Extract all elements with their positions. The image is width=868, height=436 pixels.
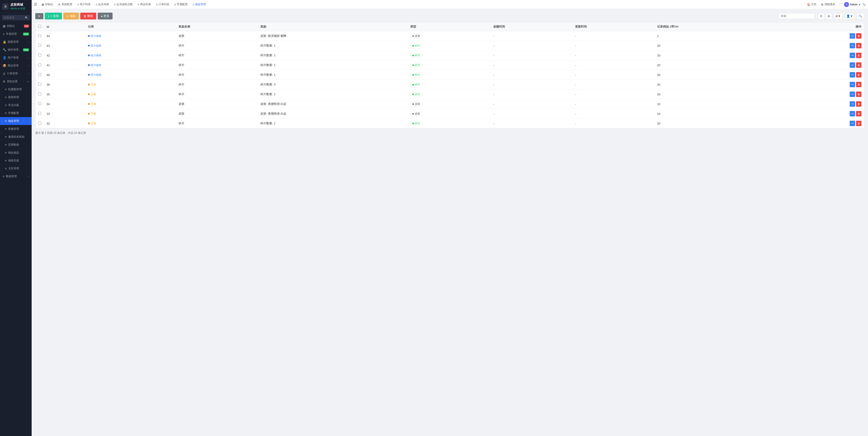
row-checkbox[interactable] — [38, 73, 41, 76]
delete-row-button[interactable]: 🗑 — [856, 53, 862, 58]
user-filter-btn[interactable]: 👤▼ — [844, 13, 855, 19]
select-all-checkbox[interactable] — [38, 25, 41, 28]
topnav-order-list[interactable]: ≡ 订单列表 — [154, 2, 172, 7]
column-toggle-btn[interactable]: ⊞▼ — [833, 13, 843, 19]
row-checkbox[interactable] — [38, 102, 41, 105]
delete-row-button[interactable]: 🗑 — [856, 33, 862, 39]
topnav-draws-icon: ≡ — [114, 3, 116, 6]
row-category[interactable]: 助力抽奖 — [85, 70, 176, 80]
row-category[interactable]: 王者 — [85, 99, 176, 109]
sidebar-item-user[interactable]: 👤 用户管理 ‹ — [0, 54, 32, 62]
delete-row-button[interactable]: 🗑 — [856, 72, 862, 77]
sidebar-item-dashboard[interactable]: ▦ 控制台 hot — [0, 22, 32, 30]
th-id: Id — [44, 22, 85, 31]
sidebar-item-order[interactable]: 🖨 订单管理 ‹ — [0, 70, 32, 77]
sidebar-item-regular-config[interactable]: ≡ 常规配置 — [0, 109, 32, 117]
add-button[interactable]: + + 添加 — [45, 13, 62, 20]
home-link[interactable]: 🏠 主页 — [807, 2, 816, 6]
edit-row-button[interactable]: ✏ — [850, 121, 855, 126]
clear-cache-link[interactable]: 🗑 清除缓存 — [821, 2, 835, 6]
row-category[interactable]: 助力抽奖 — [85, 51, 176, 60]
edit-row-button[interactable]: ✏ — [850, 92, 855, 97]
row-checkbox-cell — [35, 60, 44, 70]
sidebar-item-invite[interactable]: ≡ 邀请好友奖励 — [0, 133, 32, 141]
more-icon: ● — [101, 14, 103, 18]
list-view-toggle[interactable]: ☰ — [818, 13, 825, 19]
search-input[interactable] — [778, 13, 815, 19]
grid-view-toggle[interactable]: ⊞ — [826, 13, 832, 19]
topnav-product-list[interactable]: ≡ 商品列表 — [135, 2, 153, 7]
menu-btn[interactable]: ≡ — [35, 13, 43, 19]
row-checkbox-cell — [35, 119, 44, 128]
row-category[interactable]: 助力抽奖 — [85, 41, 176, 51]
sidebar-search-input[interactable] — [4, 16, 24, 19]
sidebar-item-system[interactable]: ⚙ 系统设置 ∨ — [0, 77, 32, 86]
sidebar-item-permission[interactable]: 🔒 权限管理 ‹ — [0, 38, 32, 46]
row-checkbox[interactable] — [38, 44, 41, 47]
row-created: - — [491, 90, 572, 99]
edit-row-button[interactable]: ✏ — [850, 72, 855, 77]
delete-row-button[interactable]: 🗑 — [856, 121, 862, 126]
topnav-regular-config[interactable]: ≡ 常规配置 — [172, 2, 190, 7]
sidebar-item-data[interactable]: ≡ 数据管理 ‹ — [0, 173, 32, 180]
sidebar-item-region[interactable]: ≡ 大区管理 — [0, 164, 32, 173]
sidebar-item-product[interactable]: 📦 商品管理 ‹ — [0, 62, 32, 70]
sidebar-item-lottery[interactable]: ≡ 抽盒管理 — [0, 117, 32, 125]
search-action-btn[interactable]: 🔍 — [857, 13, 864, 19]
row-category[interactable]: 王者 — [85, 109, 176, 119]
topnav-label: 用户列表 — [80, 2, 91, 6]
row-checkbox[interactable] — [38, 63, 41, 66]
delete-row-button[interactable]: 🗑 — [856, 111, 862, 116]
delete-row-button[interactable]: 🗑 — [856, 62, 862, 68]
delete-row-button[interactable]: 🗑 — [856, 82, 862, 87]
row-checkbox[interactable] — [38, 54, 41, 57]
sidebar-item-regular[interactable]: ≡ 常规管理 new — [0, 30, 32, 38]
row-checkbox[interactable] — [38, 112, 41, 115]
delete-row-button[interactable]: 🗑 — [856, 43, 862, 49]
row-reward: 碎片数量: 2 — [258, 80, 407, 90]
row-checkbox[interactable] — [38, 34, 41, 37]
edit-button[interactable]: ✏ 编辑 — [63, 13, 79, 20]
edit-row-button[interactable]: ✏ — [850, 101, 855, 107]
row-category[interactable]: 王者 — [85, 119, 176, 128]
menu-toggle-icon[interactable]: ☰ — [34, 2, 37, 6]
delete-row-button[interactable]: 🗑 — [856, 101, 862, 107]
edit-row-button[interactable]: ✏ — [850, 111, 855, 116]
topnav-dashboard[interactable]: ▦ 控制台 — [39, 2, 55, 7]
edit-row-button[interactable]: ✏ — [850, 43, 855, 49]
edit-row-button[interactable]: ✏ — [850, 33, 855, 39]
row-checkbox[interactable] — [38, 83, 41, 86]
topnav-member-level[interactable]: ≡ 会员等级 — [93, 2, 111, 7]
more-button[interactable]: ● 更多 — [98, 13, 113, 20]
sidebar-item-lottery-items[interactable]: ≡ 抽盒福品 — [0, 149, 32, 157]
topnav-lottery-mgmt[interactable]: ≡ 抽盒管理 — [190, 2, 208, 7]
edit-row-button[interactable]: ✏ — [850, 53, 855, 58]
edit-row-button[interactable]: ✏ — [850, 82, 855, 87]
sidebar-item-faq[interactable]: ≡ 常见问题 — [0, 101, 32, 109]
th-type: 类型 — [408, 22, 491, 31]
row-checkbox[interactable] — [38, 122, 41, 125]
sidebar-item-customer[interactable]: ≡ 客服管理 — [0, 125, 32, 133]
row-checkbox[interactable] — [38, 92, 41, 95]
sidebar-item-plugin[interactable]: 🔧 插件管理 new — [0, 46, 32, 54]
sidebar-item-news[interactable]: ≡ 新闻管理 — [0, 93, 32, 101]
sidebar-item-banner[interactable]: ≡ 轮播图管理 — [0, 86, 32, 93]
row-category[interactable]: 王者 — [85, 80, 176, 90]
row-actions: ✏ 🗑 — [782, 80, 864, 90]
search-btn-top[interactable]: 🔍 — [862, 3, 866, 6]
delete-row-button[interactable]: 🗑 — [856, 92, 862, 97]
sidebar-item-layer-data[interactable]: ≡ 层屏数据 — [0, 141, 32, 149]
topnav-user-list[interactable]: ≡ 用户列表 — [75, 2, 93, 7]
row-created: - — [491, 119, 572, 128]
fullscreen-btn[interactable]: ⛶ — [839, 3, 842, 6]
row-category[interactable]: 助力抽奖 — [85, 60, 176, 70]
sidebar-item-recharge[interactable]: ≡ 福值充值 — [0, 157, 32, 164]
topnav-sys-config[interactable]: ⚙ 系统配置 — [56, 2, 74, 7]
delete-button[interactable]: 🗑 删除 — [80, 13, 96, 20]
topnav-member-draws[interactable]: ≡ 会员抽奖次数 — [112, 2, 135, 7]
row-category[interactable]: 助力抽奖 — [85, 31, 176, 41]
row-category[interactable]: 王者 — [85, 90, 176, 99]
edit-row-button[interactable]: ✏ — [850, 62, 855, 68]
sidebar-search-box[interactable]: 🔍 — [2, 15, 30, 20]
admin-info[interactable]: A Admin ∨ — [844, 2, 861, 7]
